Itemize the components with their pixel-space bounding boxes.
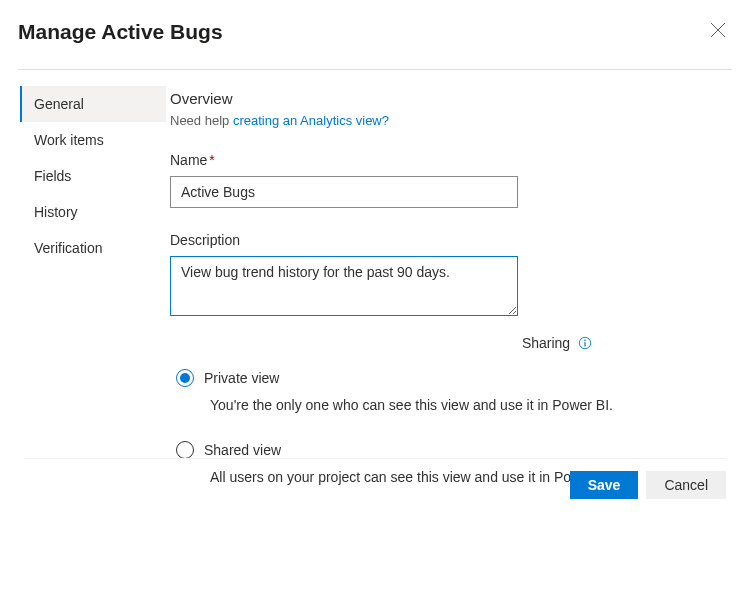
close-icon	[710, 22, 726, 38]
dialog: Manage Active Bugs General Work items Fi…	[0, 0, 750, 513]
sidebar-item-label: General	[34, 96, 84, 112]
button-bar: Save Cancel	[24, 458, 726, 499]
radio-label: Private view	[204, 370, 279, 386]
content-pane: Overview Need help creating an Analytics…	[166, 86, 732, 513]
svg-point-3	[584, 340, 586, 342]
sidebar-item-label: Work items	[34, 132, 104, 148]
sidebar-item-label: Fields	[34, 168, 71, 184]
help-line: Need help creating an Analytics view?	[170, 113, 732, 128]
sidebar-item-work-items[interactable]: Work items	[20, 122, 166, 158]
sharing-label: Sharing	[522, 335, 592, 351]
dialog-body: General Work items Fields History Verifi…	[18, 86, 732, 513]
cancel-button[interactable]: Cancel	[646, 471, 726, 499]
help-prefix: Need help	[170, 113, 233, 128]
info-icon[interactable]	[578, 336, 592, 350]
help-link[interactable]: creating an Analytics view?	[233, 113, 389, 128]
save-button[interactable]: Save	[570, 471, 639, 499]
sidebar-item-fields[interactable]: Fields	[20, 158, 166, 194]
description-input[interactable]: View bug trend history for the past 90 d…	[170, 256, 518, 316]
sidebar-item-history[interactable]: History	[20, 194, 166, 230]
sidebar-item-verification[interactable]: Verification	[20, 230, 166, 266]
radio-indicator	[176, 441, 194, 459]
description-label: Description	[170, 232, 732, 248]
required-indicator: *	[209, 152, 214, 168]
dialog-title: Manage Active Bugs	[18, 20, 223, 44]
radio-indicator	[176, 369, 194, 387]
dialog-header: Manage Active Bugs	[18, 20, 732, 70]
svg-rect-4	[585, 342, 586, 346]
name-input[interactable]	[170, 176, 518, 208]
sidebar-item-label: Verification	[34, 240, 102, 256]
sidebar: General Work items Fields History Verifi…	[18, 86, 166, 513]
radio-shared-view[interactable]: Shared view	[176, 441, 732, 459]
radio-dot-icon	[180, 373, 190, 383]
radio-private-desc: You're the only one who can see this vie…	[210, 397, 732, 413]
sidebar-item-general[interactable]: General	[20, 86, 166, 122]
close-button[interactable]	[706, 18, 730, 45]
sidebar-item-label: History	[34, 204, 78, 220]
radio-private-view[interactable]: Private view	[176, 369, 732, 387]
name-label: Name*	[170, 152, 732, 168]
radio-label: Shared view	[204, 442, 281, 458]
overview-heading: Overview	[170, 90, 732, 107]
